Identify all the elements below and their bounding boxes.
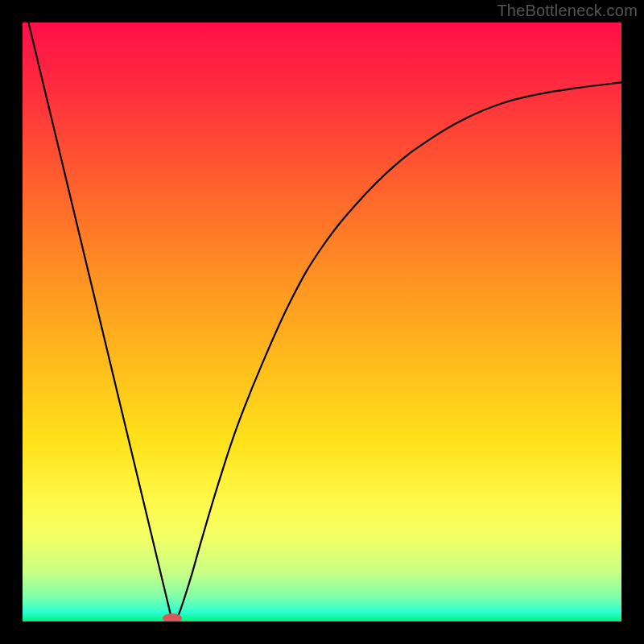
watermark-text: TheBottleneck.com [497, 2, 638, 20]
bottleneck-chart [23, 23, 621, 621]
plot-area [23, 23, 621, 621]
gradient-background [23, 23, 621, 621]
chart-frame: TheBottleneck.com [0, 0, 644, 644]
